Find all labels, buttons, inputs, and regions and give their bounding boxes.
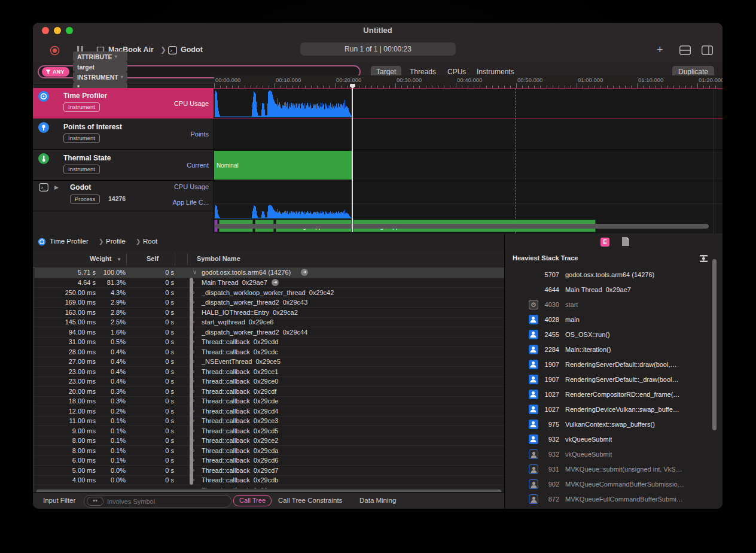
call-tree-row[interactable]: 28.00 ms0.4%0 s›Thread::callback 0x29cdc bbox=[35, 347, 504, 357]
disclosure-chevron-icon[interactable]: › bbox=[193, 299, 200, 305]
stack-frame[interactable]: 4644Main Thread 0x29ae7 bbox=[505, 283, 723, 298]
call-tree-row[interactable]: ›Thread::callback 0x29… bbox=[35, 485, 504, 488]
column-weight[interactable]: Weight bbox=[90, 255, 111, 262]
disclosure-chevron-icon[interactable]: › bbox=[193, 279, 200, 285]
call-tree-row[interactable]: 145.00 ms2.5%0 s›start_wqthread 0x29ce6 bbox=[35, 317, 504, 327]
disclosure-chevron-icon[interactable]: › bbox=[193, 476, 200, 483]
disclosure-chevron-icon[interactable]: › bbox=[193, 318, 200, 325]
stack-frame[interactable]: 872MVKQueueFullCommandBufferSubmi… bbox=[505, 493, 723, 508]
extended-detail-tab-icon[interactable]: E bbox=[600, 238, 609, 247]
add-instrument-icon[interactable]: + bbox=[657, 44, 663, 56]
disclosure-chevron-icon[interactable]: › bbox=[193, 358, 200, 364]
disclosure-chevron-icon[interactable]: › bbox=[193, 417, 200, 424]
call-tree-row[interactable]: 11.00 ms0.1%0 s›Thread::callback 0x29ce3 bbox=[35, 416, 504, 426]
call-tree-row[interactable]: 18.00 ms0.3%0 s›Thread::callback 0x29cde bbox=[35, 396, 504, 406]
disclosure-chevron-icon[interactable]: › bbox=[193, 329, 200, 335]
call-tree-vertical-scrollbar[interactable] bbox=[190, 278, 193, 485]
breadcrumb-profile[interactable]: Profile bbox=[106, 238, 126, 245]
call-tree-row[interactable]: 163.00 ms2.8%0 s›HALB_IOThread::Entry 0x… bbox=[35, 307, 504, 317]
call-tree-row[interactable]: 94.00 ms1.6%0 s›_dispatch_worker_thread2… bbox=[35, 327, 504, 337]
stack-trace-scrollbar[interactable] bbox=[712, 259, 717, 430]
call-tree-row[interactable]: 20.00 ms0.3%0 s›Thread::callback 0x29cdf bbox=[35, 386, 504, 396]
timeline-ruler[interactable]: 00:00.00000:10.00000:20.00000:30.00000:4… bbox=[214, 75, 723, 89]
column-self[interactable]: Self bbox=[147, 255, 158, 262]
call-tree-row[interactable]: 6.00 ms0.1%0 s›Thread::callback 0x29cd6 bbox=[35, 455, 504, 466]
track-row-thermal-state[interactable]: Thermal State Instrument Current bbox=[33, 150, 214, 181]
description-tab-icon[interactable] bbox=[621, 236, 630, 247]
playhead-line[interactable] bbox=[352, 89, 353, 232]
filter-chip-attribute[interactable]: ATTRIBUTE▾ bbox=[73, 51, 127, 62]
data-mining-button[interactable]: Data Mining bbox=[359, 497, 396, 504]
symbol-filter-input[interactable]: ▾▾ Involves Symbol bbox=[84, 495, 231, 508]
stack-frame[interactable]: 5707godot.osx.tools.arm64 (14276) bbox=[505, 268, 723, 283]
filter-any-pill[interactable]: ANY bbox=[42, 67, 69, 77]
call-tree-constraints-button[interactable]: Call Tree Constraints bbox=[278, 497, 342, 504]
call-tree-button[interactable]: Call Tree bbox=[233, 495, 272, 506]
stack-frame[interactable]: 2284Main::iteration() bbox=[505, 343, 723, 358]
call-tree-row[interactable]: 5.71 s100.0%0 s∨godot.osx.tools.arm64 (1… bbox=[35, 268, 504, 278]
stack-frame[interactable]: 4028main bbox=[505, 313, 723, 328]
target-app-name[interactable]: Godot bbox=[181, 45, 203, 54]
stack-frame[interactable]: 932vkQueueSubmit bbox=[505, 448, 723, 463]
disclosure-chevron-icon[interactable]: › bbox=[193, 447, 200, 454]
call-tree-row[interactable]: 5.00 ms0.0%0 s›Thread::callback 0x29cd7 bbox=[35, 465, 504, 475]
split-horizontal-icon[interactable] bbox=[679, 45, 691, 55]
stack-frame[interactable]: 902MVKQueueCommandBufferSubmissio… bbox=[505, 478, 723, 493]
stack-frame[interactable]: 1027RendererCompositorRD::end_frame(… bbox=[505, 388, 723, 403]
call-tree-row[interactable]: 9.00 ms0.1%0 s›Thread::callback 0x29cd5 bbox=[35, 426, 504, 436]
disclosure-chevron-icon[interactable]: › bbox=[193, 338, 200, 345]
timeline-horizontal-scrollbar[interactable] bbox=[215, 224, 709, 229]
stack-frame[interactable]: 931MVKQueue::submit(unsigned int, VkS… bbox=[505, 463, 723, 478]
stack-frame[interactable]: 932vkQueueSubmit bbox=[505, 433, 723, 448]
track-row-godot[interactable]: >_ ▶ Godot Process 14276 CPU Usage App L… bbox=[33, 181, 214, 211]
disclosure-chevron-icon[interactable]: › bbox=[193, 427, 200, 434]
column-symbol-name[interactable]: Symbol Name bbox=[197, 255, 240, 262]
call-tree-row[interactable]: 4.00 ms0.0%0 s›Thread::callback 0x29cdb bbox=[35, 475, 504, 485]
run-info[interactable]: Run 1 of 1 | 00:00:23 bbox=[300, 42, 456, 56]
call-tree-row[interactable]: 4.64 s81.3%0 s›Main Thread 0x29ae7➜ bbox=[35, 278, 504, 288]
collapse-stack-icon[interactable] bbox=[699, 254, 708, 263]
focus-arrow-icon[interactable]: ➜ bbox=[301, 269, 308, 276]
disclosure-chevron-icon[interactable]: › bbox=[193, 289, 200, 296]
disclosure-chevron-icon[interactable]: ∨ bbox=[193, 269, 200, 275]
disclosure-chevron-icon[interactable]: › bbox=[193, 388, 200, 394]
track-row-time-profiler[interactable]: Time Profiler Instrument CPU Usage bbox=[33, 89, 214, 118]
disclosure-chevron-icon[interactable]: › bbox=[193, 408, 200, 414]
disclosure-chevron-icon[interactable]: › bbox=[193, 378, 200, 384]
call-tree-row[interactable]: 12.00 ms0.2%0 s›Thread::callback 0x29cd4 bbox=[35, 406, 504, 416]
stack-frame[interactable]: 1907RenderingServerDefault::draw(bool,… bbox=[505, 358, 723, 373]
breadcrumb-root[interactable]: Root bbox=[143, 238, 157, 245]
call-tree-row[interactable]: 169.00 ms2.9%0 s›_dispatch_worker_thread… bbox=[35, 297, 504, 308]
disclosure-chevron-icon[interactable]: › bbox=[193, 467, 200, 473]
call-tree-row[interactable]: 31.00 ms0.5%0 s›Thread::callback 0x29cdd bbox=[35, 337, 504, 347]
thermal-state-bar[interactable]: Nominal bbox=[214, 151, 353, 180]
call-tree-row[interactable]: 250.00 ms4.3%0 s›_dispatch_workloop_work… bbox=[35, 287, 504, 297]
stack-frame[interactable]: ⚙4030start bbox=[505, 298, 723, 313]
disclosure-chevron-icon[interactable]: › bbox=[193, 348, 200, 355]
call-tree-row[interactable]: 23.00 ms0.4%0 s›Thread::callback 0x29ce1 bbox=[35, 366, 504, 376]
call-tree-row[interactable]: 8.00 ms0.1%0 s›Thread::callback 0x29cda bbox=[35, 445, 504, 455]
filter-chip-instrument[interactable]: INSTRUMENT▾ bbox=[73, 72, 127, 82]
disclosure-chevron-icon[interactable]: › bbox=[193, 437, 200, 443]
disclosure-chevron-icon[interactable]: › bbox=[193, 368, 200, 375]
inspector-sidebar-icon[interactable] bbox=[702, 45, 713, 55]
breadcrumb-instrument[interactable]: Time Profiler bbox=[50, 238, 89, 245]
focus-arrow-icon[interactable]: ➜ bbox=[272, 279, 279, 286]
disclosure-triangle-icon[interactable]: ▶ bbox=[54, 184, 59, 190]
filter-chip-target[interactable]: target bbox=[73, 62, 127, 72]
record-icon[interactable] bbox=[50, 45, 60, 56]
disclosure-chevron-icon[interactable]: › bbox=[193, 397, 200, 404]
disclosure-chevron-icon[interactable]: › bbox=[193, 457, 200, 463]
disclosure-chevron-icon[interactable]: › bbox=[193, 487, 200, 489]
stack-frame[interactable]: 1027RenderingDeviceVulkan::swap_buffe… bbox=[505, 403, 723, 418]
call-tree-row[interactable]: 27.00 ms0.4%0 s›_NSEventThread 0x29ce5 bbox=[35, 357, 504, 367]
stack-frame[interactable]: 975VulkanContext::swap_buffers() bbox=[505, 418, 723, 433]
track-lanes[interactable]: Nominal Launchi...Lau...Launching - AppK… bbox=[214, 89, 723, 233]
stack-frame[interactable]: 1907RenderingServerDefault::_draw(bool… bbox=[505, 373, 723, 388]
call-tree-row[interactable]: 23.00 ms0.4%0 s›Thread::callback 0x29ce0 bbox=[35, 376, 504, 387]
track-row-points-of-interest[interactable]: Points of Interest Instrument Points bbox=[33, 118, 214, 150]
filter-funnel-icon[interactable]: ▾▾ bbox=[87, 497, 103, 506]
disclosure-chevron-icon[interactable]: › bbox=[193, 309, 200, 315]
stack-frame[interactable]: 2455OS_OSX::run() bbox=[505, 328, 723, 343]
call-tree-row[interactable]: 8.00 ms0.1%0 s›Thread::callback 0x29ce2 bbox=[35, 436, 504, 446]
